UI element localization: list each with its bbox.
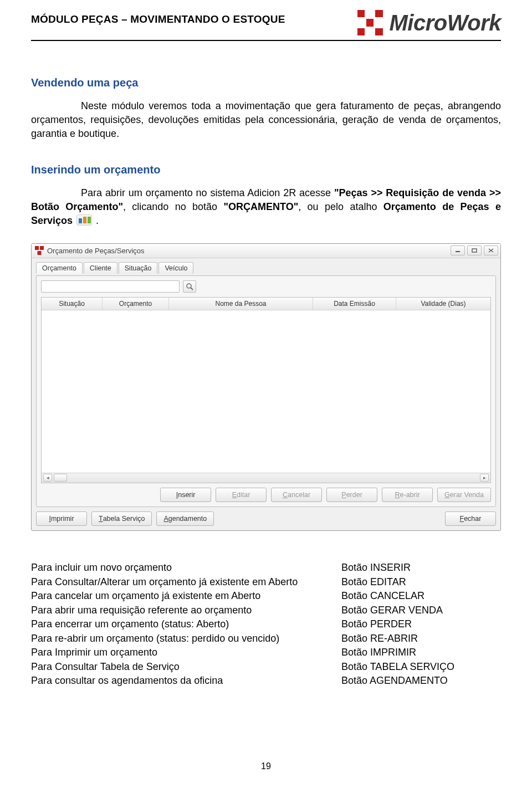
text-run-bold: "ORÇAMENTO" — [223, 201, 298, 212]
bottom-right-buttons: Fechar — [445, 511, 496, 526]
imprimir-button[interactable]: Imprimir — [36, 511, 87, 526]
window-title: Orçamento de Peças/Serviços — [47, 247, 451, 255]
brand-logo-text: MicroWork — [390, 11, 501, 35]
tab-cliente[interactable]: Cliente — [84, 262, 117, 274]
doc-header-title: MÓDULO PEÇAS – MOVIMENTANDO O ESTOQUE — [31, 10, 285, 25]
svg-rect-4 — [472, 249, 477, 252]
action-button-label: Botão AGENDAMENTO — [341, 674, 501, 688]
svg-rect-1 — [40, 246, 44, 250]
scroll-thumb[interactable] — [54, 474, 67, 482]
action-desc: Para encerrar um orçamento (status: Aber… — [31, 617, 341, 632]
action-button-label: Botão EDITAR — [341, 575, 501, 590]
grid-hscrollbar[interactable]: ◂ ▸ — [42, 473, 490, 483]
tab-veiculo[interactable]: Veículo — [158, 262, 193, 274]
action-desc: Para re-abrir um orçamento (status: perd… — [31, 632, 341, 646]
app-window: Orçamento de Peças/Serviços Orçamento Cl… — [31, 243, 501, 531]
grid-header-row: Situação Orçamento Nome da Pessoa Data E… — [42, 298, 490, 310]
results-grid: Situação Orçamento Nome da Pessoa Data E… — [41, 297, 491, 483]
action-button-label: Botão RE-ABRIR — [341, 632, 501, 646]
tab-panel-orcamento: Situação Orçamento Nome da Pessoa Data E… — [36, 275, 496, 507]
text-run: , clicando no botão — [123, 201, 224, 212]
svg-line-6 — [191, 288, 193, 290]
brand-logo-icon — [357, 10, 383, 35]
svg-rect-0 — [35, 246, 39, 250]
action-row: Para incluir um novo orçamentoBotão INSE… — [31, 561, 501, 575]
action-row: Para Imprimir um orçamentoBotão IMPRIMIR — [31, 646, 501, 660]
grid-col-situacao[interactable]: Situação — [42, 298, 103, 310]
tab-situacao[interactable]: Situação — [119, 262, 158, 274]
action-row: Para abrir uma requisição referente ao o… — [31, 603, 501, 618]
action-desc: Para cancelar um orçamento já existente … — [31, 589, 341, 603]
bottom-left-buttons: ImprimirTabela ServiçoAgendamento — [36, 511, 214, 526]
scroll-left-button[interactable]: ◂ — [43, 474, 52, 482]
svg-rect-3 — [456, 251, 460, 252]
maximize-button[interactable] — [467, 245, 482, 255]
action-button-label: Botão GERAR VENDA — [341, 603, 501, 618]
action-row: Para encerrar um orçamento (status: Aber… — [31, 617, 501, 632]
cancelar-button[interactable]: Cancelar — [271, 488, 322, 502]
action-button-label: Botão PERDER — [341, 617, 501, 632]
grid-body — [42, 310, 490, 473]
page-number: 19 — [0, 761, 532, 771]
action-row: Para consultar os agendamentos da oficin… — [31, 674, 501, 688]
action-row: Para cancelar um orçamento já existente … — [31, 589, 501, 603]
tab-bar: Orçamento Cliente Situação Veículo — [36, 262, 496, 273]
perder-button[interactable]: Perder — [326, 488, 377, 502]
svg-rect-2 — [38, 251, 42, 255]
action-row: Para re-abrir um orçamento (status: perd… — [31, 632, 501, 646]
action-button-row: InserirEditarCancelarPerderRe-abrirGerar… — [41, 488, 491, 502]
tabela-servic-o-button[interactable]: Tabela Serviço — [91, 511, 152, 526]
grid-col-data[interactable]: Data Emissão — [313, 298, 396, 310]
section-title-vendendo: Vendendo uma peça — [31, 76, 501, 89]
action-desc: Para Consultar Tabela de Serviço — [31, 660, 341, 674]
action-button-label: Botão TABELA SERVIÇO — [341, 660, 501, 674]
scroll-right-button[interactable]: ▸ — [480, 474, 489, 482]
search-button[interactable] — [183, 280, 196, 293]
text-run: , ou pelo atalho — [298, 201, 383, 212]
fechar-button[interactable]: Fechar — [445, 511, 496, 526]
grid-col-nome[interactable]: Nome da Pessoa — [169, 298, 313, 310]
svg-point-5 — [187, 284, 191, 288]
chart-shortcut-icon — [76, 214, 92, 226]
action-row: Para Consultar Tabela de ServiçoBotão TA… — [31, 660, 501, 674]
magnifier-icon — [186, 283, 193, 290]
section2-paragraph: Para abrir um orçamento no sistema Adici… — [31, 186, 501, 227]
close-button[interactable] — [484, 245, 498, 255]
brand-logo: MicroWork — [357, 10, 501, 35]
search-input[interactable] — [41, 280, 180, 293]
action-button-label: Botão CANCELAR — [341, 589, 501, 603]
action-button-label: Botão IMPRIMIR — [341, 646, 501, 660]
section1-paragraph: Neste módulo veremos toda a movimentação… — [31, 99, 501, 140]
action-desc: Para Consultar/Alterar um orçamento já e… — [31, 575, 341, 590]
inserir-button[interactable]: Inserir — [160, 488, 211, 502]
doc-header: MÓDULO PEÇAS – MOVIMENTANDO O ESTOQUE Mi… — [31, 10, 501, 35]
text-run: Para abrir um orçamento no sistema Adici… — [81, 187, 334, 198]
text-run: . — [93, 215, 99, 226]
titlebar: Orçamento de Peças/Serviços — [32, 244, 500, 258]
actions-list: Para incluir um novo orçamentoBotão INSE… — [31, 561, 501, 688]
action-desc: Para Imprimir um orçamento — [31, 646, 341, 660]
gerar-venda-button[interactable]: Gerar Venda — [437, 488, 491, 502]
grid-col-validade[interactable]: Validade (Dias) — [396, 298, 490, 310]
action-row: Para Consultar/Alterar um orçamento já e… — [31, 575, 501, 590]
tab-orcamento[interactable]: Orçamento — [36, 262, 83, 274]
app-icon — [35, 246, 44, 255]
re-abrir-button[interactable]: Re-abrir — [382, 488, 433, 502]
action-desc: Para consultar os agendamentos da oficin… — [31, 674, 341, 688]
action-desc: Para abrir uma requisição referente ao o… — [31, 603, 341, 618]
section-title-inserindo: Inserindo um orçamento — [31, 163, 501, 176]
agendamento-button[interactable]: Agendamento — [156, 511, 214, 526]
grid-col-orcamento[interactable]: Orçamento — [103, 298, 169, 310]
minimize-button[interactable] — [451, 245, 465, 255]
editar-button[interactable]: Editar — [216, 488, 267, 502]
action-button-label: Botão INSERIR — [341, 561, 501, 575]
action-desc: Para incluir um novo orçamento — [31, 561, 341, 575]
